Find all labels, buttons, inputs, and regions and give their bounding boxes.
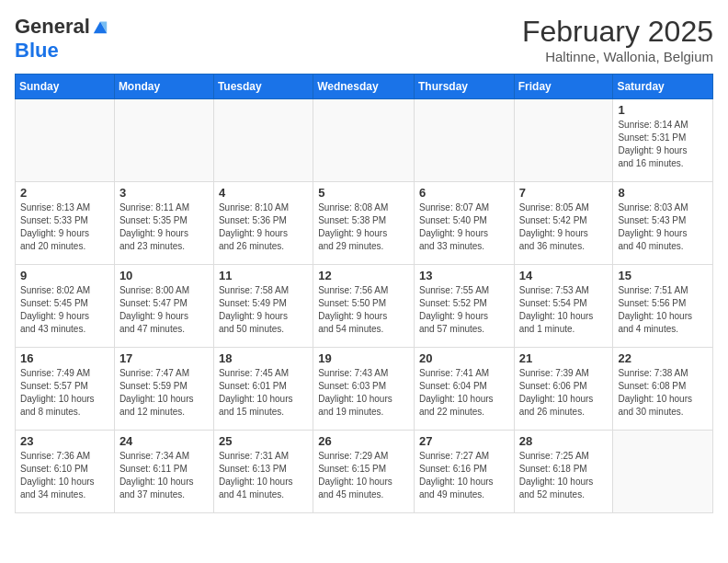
day-info: Sunrise: 7:55 AM Sunset: 5:52 PM Dayligh… <box>419 284 509 336</box>
day-number: 27 <box>419 434 509 448</box>
calendar-cell: 18Sunrise: 7:45 AM Sunset: 6:01 PM Dayli… <box>213 348 313 431</box>
weekday-header-tuesday: Tuesday <box>213 75 313 99</box>
calendar-cell: 16Sunrise: 7:49 AM Sunset: 5:57 PM Dayli… <box>16 348 115 431</box>
day-info: Sunrise: 7:41 AM Sunset: 6:04 PM Dayligh… <box>419 367 509 419</box>
day-number: 22 <box>618 351 708 365</box>
day-number: 10 <box>119 269 209 282</box>
day-info: Sunrise: 7:49 AM Sunset: 5:57 PM Dayligh… <box>20 367 109 419</box>
day-number: 15 <box>618 269 708 282</box>
day-number: 24 <box>119 434 209 448</box>
day-info: Sunrise: 7:38 AM Sunset: 6:08 PM Dayligh… <box>618 367 708 419</box>
weekday-header-wednesday: Wednesday <box>313 75 415 99</box>
day-number: 8 <box>618 186 708 200</box>
calendar-cell <box>114 99 213 182</box>
calendar-cell <box>213 99 313 182</box>
week-row-4: 16Sunrise: 7:49 AM Sunset: 5:57 PM Dayli… <box>16 348 713 431</box>
calendar-cell: 17Sunrise: 7:47 AM Sunset: 5:59 PM Dayli… <box>114 348 213 431</box>
calendar-cell: 11Sunrise: 7:58 AM Sunset: 5:49 PM Dayli… <box>213 265 313 348</box>
calendar-cell: 9Sunrise: 8:02 AM Sunset: 5:45 PM Daylig… <box>16 265 115 348</box>
week-row-2: 2Sunrise: 8:13 AM Sunset: 5:33 PM Daylig… <box>16 182 713 265</box>
day-info: Sunrise: 7:31 AM Sunset: 6:13 PM Dayligh… <box>219 450 308 501</box>
day-number: 14 <box>519 269 609 282</box>
day-number: 12 <box>318 269 409 282</box>
day-number: 19 <box>318 351 409 365</box>
weekday-header-saturday: Saturday <box>613 75 713 99</box>
calendar-cell: 20Sunrise: 7:41 AM Sunset: 6:04 PM Dayli… <box>414 348 514 431</box>
calendar-cell: 13Sunrise: 7:55 AM Sunset: 5:52 PM Dayli… <box>414 265 514 348</box>
day-number: 5 <box>318 186 409 200</box>
calendar-cell: 27Sunrise: 7:27 AM Sunset: 6:16 PM Dayli… <box>414 431 514 513</box>
calendar-cell: 23Sunrise: 7:36 AM Sunset: 6:10 PM Dayli… <box>16 431 115 513</box>
day-number: 23 <box>20 434 109 448</box>
day-number: 9 <box>20 269 109 282</box>
day-number: 17 <box>119 351 209 365</box>
day-number: 1 <box>618 103 708 117</box>
day-info: Sunrise: 8:02 AM Sunset: 5:45 PM Dayligh… <box>20 284 109 336</box>
location-text: Haltinne, Wallonia, Belgium <box>522 49 713 64</box>
day-info: Sunrise: 8:10 AM Sunset: 5:36 PM Dayligh… <box>219 201 308 253</box>
logo: General Blue <box>15 15 108 63</box>
day-info: Sunrise: 7:34 AM Sunset: 6:11 PM Dayligh… <box>119 450 209 501</box>
day-number: 25 <box>219 434 308 448</box>
day-info: Sunrise: 8:07 AM Sunset: 5:40 PM Dayligh… <box>419 201 509 253</box>
day-info: Sunrise: 8:00 AM Sunset: 5:47 PM Dayligh… <box>119 284 209 336</box>
calendar-cell: 6Sunrise: 8:07 AM Sunset: 5:40 PM Daylig… <box>414 182 514 265</box>
calendar-cell: 28Sunrise: 7:25 AM Sunset: 6:18 PM Dayli… <box>514 431 613 513</box>
calendar-table: SundayMondayTuesdayWednesdayThursdayFrid… <box>15 74 713 513</box>
day-number: 21 <box>519 351 609 365</box>
weekday-header-friday: Friday <box>514 75 613 99</box>
week-row-1: 1Sunrise: 8:14 AM Sunset: 5:31 PM Daylig… <box>16 99 713 182</box>
weekday-header-thursday: Thursday <box>414 75 514 99</box>
day-info: Sunrise: 7:53 AM Sunset: 5:54 PM Dayligh… <box>519 284 609 336</box>
day-number: 20 <box>419 351 509 365</box>
calendar-cell <box>414 99 514 182</box>
day-info: Sunrise: 7:56 AM Sunset: 5:50 PM Dayligh… <box>318 284 409 336</box>
weekday-header-row: SundayMondayTuesdayWednesdayThursdayFrid… <box>16 75 713 99</box>
page-header: General Blue February 2025 Haltinne, Wal… <box>15 15 713 64</box>
calendar-cell <box>613 431 713 513</box>
calendar-cell: 7Sunrise: 8:05 AM Sunset: 5:42 PM Daylig… <box>514 182 613 265</box>
day-info: Sunrise: 8:13 AM Sunset: 5:33 PM Dayligh… <box>20 201 109 253</box>
day-number: 18 <box>219 351 308 365</box>
calendar-cell: 8Sunrise: 8:03 AM Sunset: 5:43 PM Daylig… <box>613 182 713 265</box>
week-row-5: 23Sunrise: 7:36 AM Sunset: 6:10 PM Dayli… <box>16 431 713 513</box>
week-row-3: 9Sunrise: 8:02 AM Sunset: 5:45 PM Daylig… <box>16 265 713 348</box>
day-info: Sunrise: 7:43 AM Sunset: 6:03 PM Dayligh… <box>318 367 409 419</box>
calendar-cell: 2Sunrise: 8:13 AM Sunset: 5:33 PM Daylig… <box>16 182 115 265</box>
day-number: 13 <box>419 269 509 282</box>
day-number: 26 <box>318 434 409 448</box>
day-number: 4 <box>219 186 308 200</box>
calendar-cell: 1Sunrise: 8:14 AM Sunset: 5:31 PM Daylig… <box>613 99 713 182</box>
weekday-header-monday: Monday <box>114 75 213 99</box>
calendar-cell: 12Sunrise: 7:56 AM Sunset: 5:50 PM Dayli… <box>313 265 415 348</box>
day-info: Sunrise: 7:27 AM Sunset: 6:16 PM Dayligh… <box>419 450 509 501</box>
day-info: Sunrise: 7:51 AM Sunset: 5:56 PM Dayligh… <box>618 284 708 336</box>
day-info: Sunrise: 7:25 AM Sunset: 6:18 PM Dayligh… <box>519 450 609 501</box>
calendar-cell: 10Sunrise: 8:00 AM Sunset: 5:47 PM Dayli… <box>114 265 213 348</box>
day-info: Sunrise: 7:36 AM Sunset: 6:10 PM Dayligh… <box>20 450 109 501</box>
day-info: Sunrise: 8:05 AM Sunset: 5:42 PM Dayligh… <box>519 201 609 253</box>
day-info: Sunrise: 8:08 AM Sunset: 5:38 PM Dayligh… <box>318 201 409 253</box>
day-info: Sunrise: 8:03 AM Sunset: 5:43 PM Dayligh… <box>618 201 708 253</box>
day-info: Sunrise: 8:11 AM Sunset: 5:35 PM Dayligh… <box>119 201 209 253</box>
day-number: 28 <box>519 434 609 448</box>
day-number: 16 <box>20 351 109 365</box>
day-info: Sunrise: 7:45 AM Sunset: 6:01 PM Dayligh… <box>219 367 308 419</box>
calendar-cell: 5Sunrise: 8:08 AM Sunset: 5:38 PM Daylig… <box>313 182 415 265</box>
day-number: 11 <box>219 269 308 282</box>
calendar-cell: 21Sunrise: 7:39 AM Sunset: 6:06 PM Dayli… <box>514 348 613 431</box>
calendar-cell: 22Sunrise: 7:38 AM Sunset: 6:08 PM Dayli… <box>613 348 713 431</box>
calendar-cell: 14Sunrise: 7:53 AM Sunset: 5:54 PM Dayli… <box>514 265 613 348</box>
day-number: 7 <box>519 186 609 200</box>
day-number: 2 <box>20 186 109 200</box>
day-info: Sunrise: 7:29 AM Sunset: 6:15 PM Dayligh… <box>318 450 409 501</box>
calendar-cell: 19Sunrise: 7:43 AM Sunset: 6:03 PM Dayli… <box>313 348 415 431</box>
weekday-header-sunday: Sunday <box>16 75 115 99</box>
calendar-cell: 25Sunrise: 7:31 AM Sunset: 6:13 PM Dayli… <box>213 431 313 513</box>
calendar-cell: 24Sunrise: 7:34 AM Sunset: 6:11 PM Dayli… <box>114 431 213 513</box>
day-info: Sunrise: 7:47 AM Sunset: 5:59 PM Dayligh… <box>119 367 209 419</box>
calendar-cell: 4Sunrise: 8:10 AM Sunset: 5:36 PM Daylig… <box>213 182 313 265</box>
month-title: February 2025 <box>522 15 713 49</box>
day-info: Sunrise: 8:14 AM Sunset: 5:31 PM Dayligh… <box>618 119 708 170</box>
day-info: Sunrise: 7:39 AM Sunset: 6:06 PM Dayligh… <box>519 367 609 419</box>
